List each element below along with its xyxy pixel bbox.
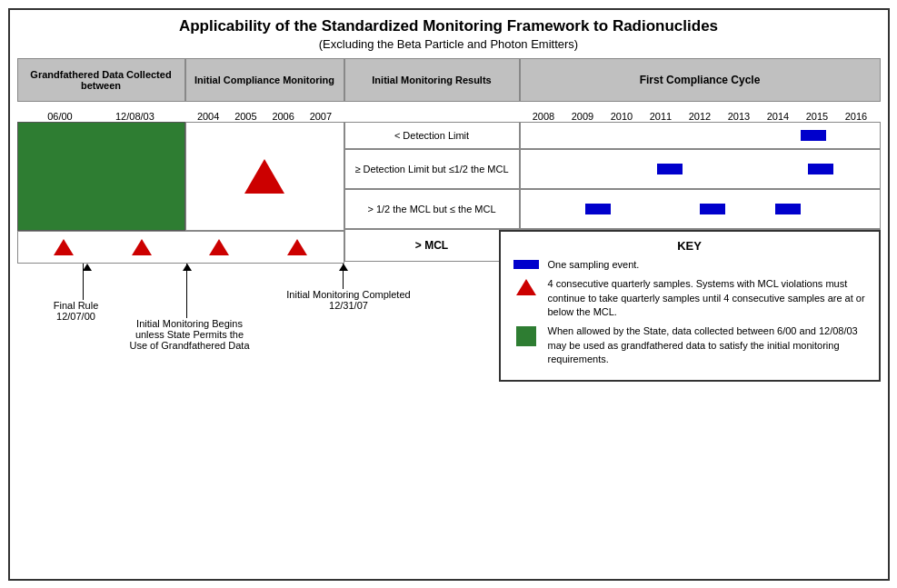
key-icon-green <box>510 326 543 346</box>
years-initial: 2004 2005 2006 2007 <box>185 102 344 122</box>
header-initial-compliance: Initial Compliance Monitoring <box>185 58 344 102</box>
annotation-initial-begins: Initial Monitoring Beginsunless State Pe… <box>117 318 263 351</box>
large-red-triangle <box>244 159 284 194</box>
year-f-4: 2011 <box>650 111 672 122</box>
arrow-initial-completed <box>343 264 344 289</box>
data-mcl-range <box>520 189 881 229</box>
tri-left-2 <box>132 239 152 255</box>
tri-left-4 <box>287 239 307 255</box>
years-first: 2008 2009 2010 2011 2012 2013 2014 2015 … <box>520 102 881 122</box>
blue-bar-range-1 <box>585 204 611 214</box>
year-f-6: 2013 <box>728 111 750 122</box>
label-mcl: > MCL <box>344 229 520 262</box>
grandfathered-block <box>17 122 185 231</box>
key-text-triangle: 4 consecutive quarterly samples. Systems… <box>548 277 870 319</box>
tri-left-3 <box>209 239 229 255</box>
blue-bar-detection-1 <box>801 130 826 141</box>
years-grandfathered: 06/00 12/08/03 <box>17 102 185 122</box>
label-detection-limit: < Detection Limit <box>344 122 520 149</box>
key-icon-triangle <box>510 279 543 295</box>
key-icon-blue <box>510 260 543 269</box>
main-title: Applicability of the Standardized Monito… <box>17 17 881 35</box>
key-green-box <box>516 326 536 346</box>
tri-left-1 <box>54 239 74 255</box>
year-f-3: 2010 <box>611 111 633 122</box>
year-init-1: 2004 <box>197 111 219 122</box>
arrow-final-rule <box>83 264 92 300</box>
annotations-area: Final Rule12/07/00 Initial Monitoring Be… <box>17 264 881 382</box>
arrow-up-final <box>83 264 92 271</box>
key-item-green: When allowed by the State, data collecte… <box>510 324 870 366</box>
initial-monitoring-block <box>185 122 344 231</box>
main-container: Applicability of the Standardized Monito… <box>8 8 890 581</box>
label-mcl-range: > 1/2 the MCL but ≤ the MCL <box>344 189 520 229</box>
blue-bar-range-3 <box>775 204 801 214</box>
header-initial-results: Initial Monitoring Results <box>344 58 520 102</box>
arrow-initial-begins <box>186 264 187 318</box>
arrow-up-initial <box>183 264 192 271</box>
row-half-mcl: ≥ Detection Limit but ≤1/2 the MCL <box>344 149 881 189</box>
sub-title: (Excluding the Beta Particle and Photon … <box>17 37 881 51</box>
key-triangle <box>516 279 536 295</box>
key-item-blue: One sampling event. <box>510 258 870 272</box>
key-title: KEY <box>510 239 870 253</box>
blue-bar-range-2 <box>700 204 725 214</box>
year-init-3: 2006 <box>272 111 294 122</box>
header-grandfathered: Grandfathered Data Collected between <box>17 58 185 102</box>
data-detection-limit <box>520 122 881 149</box>
arrow-up-completed <box>339 264 348 271</box>
year-f-7: 2014 <box>767 111 789 122</box>
row-detection-limit: < Detection Limit <box>344 122 881 149</box>
annotation-final-rule: Final Rule12/07/00 <box>35 300 117 322</box>
years-results <box>344 102 520 122</box>
data-half-mcl <box>520 149 881 189</box>
year-f-9: 2016 <box>845 111 867 122</box>
blue-bar-half-2 <box>808 164 833 174</box>
blue-bar-half-1 <box>657 164 683 174</box>
key-item-triangle: 4 consecutive quarterly samples. Systems… <box>510 277 870 319</box>
key-text-blue: One sampling event. <box>548 258 640 272</box>
key-box: KEY One sampling event. 4 consecutive qu… <box>499 230 881 382</box>
year-f-5: 2012 <box>689 111 711 122</box>
year-init-4: 2007 <box>310 111 332 122</box>
left-panel <box>17 122 344 262</box>
header-row: Grandfathered Data Collected between Ini… <box>17 58 881 102</box>
row-mcl-range: > 1/2 the MCL but ≤ the MCL <box>344 189 881 229</box>
year-gran-2: 12/08/03 <box>115 111 154 122</box>
year-f-2: 2009 <box>572 111 593 122</box>
annotation-initial-completed: Initial Monitoring Completed12/31/07 <box>263 289 435 311</box>
mcl-left-triangles <box>17 231 344 264</box>
key-text-green: When allowed by the State, data collecte… <box>548 324 870 366</box>
label-half-mcl: ≥ Detection Limit but ≤1/2 the MCL <box>344 149 520 189</box>
year-gran-1: 06/00 <box>47 111 73 122</box>
year-init-2: 2005 <box>234 111 256 122</box>
year-f-1: 2008 <box>533 111 554 122</box>
year-row: 06/00 12/08/03 2004 2005 2006 2007 2008 … <box>17 102 881 122</box>
header-first-cycle: First Compliance Cycle <box>520 58 881 102</box>
year-f-8: 2015 <box>806 111 828 122</box>
key-blue-bar <box>513 260 539 269</box>
